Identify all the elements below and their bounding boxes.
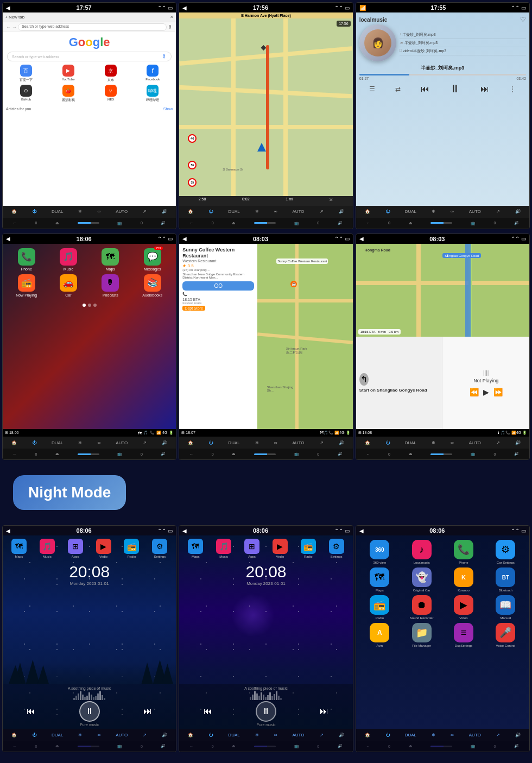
auto-btn-2[interactable]: AUTO: [292, 209, 304, 214]
eject-btn-3[interactable]: ⏏: [409, 221, 413, 225]
app-video-night2[interactable]: ▶ Vedio: [273, 539, 288, 558]
menu-icon[interactable]: ▭: [168, 5, 173, 11]
app-messages[interactable]: 💬 259 Messages: [133, 248, 172, 271]
nav-fwd[interactable]: →: [12, 24, 17, 30]
app-apps-night1[interactable]: ⊞ Apps: [68, 539, 83, 558]
app-avin[interactable]: A Avin: [360, 623, 399, 647]
eject-btn-9[interactable]: ⏏: [409, 744, 413, 748]
app-radio-night2[interactable]: 📻 Radio: [301, 539, 316, 558]
expand-icon3[interactable]: ⌃⌃: [511, 5, 520, 11]
app-music[interactable]: 🎵 Music: [49, 248, 87, 271]
url-input[interactable]: Search or type web address: [18, 23, 167, 31]
brightness-slider-8[interactable]: [254, 746, 276, 747]
back-btn2-5[interactable]: ←: [189, 452, 193, 456]
brightness-slider-3[interactable]: [430, 222, 452, 224]
auto-btn-7[interactable]: AUTO: [116, 733, 128, 737]
app-bluetooth[interactable]: BT Bluetooth: [486, 567, 525, 592]
screen-btn-7[interactable]: 📺: [117, 744, 122, 748]
dual-btn-5[interactable]: DUAL: [228, 440, 239, 445]
eject-btn-8[interactable]: ⏏: [232, 744, 236, 748]
home-btn-2[interactable]: 🏠: [188, 209, 193, 214]
app-carsettings[interactable]: ⚙ Car Settings: [486, 540, 525, 564]
shuffle-btn[interactable]: ⇄: [395, 85, 401, 93]
power-btn[interactable]: ⏻: [32, 209, 36, 214]
app-localmusic[interactable]: ♪ Localmusic: [402, 540, 441, 564]
vol-btn2[interactable]: 🔊: [161, 221, 166, 225]
brightness-slider[interactable]: [78, 222, 99, 224]
back-icon4[interactable]: ◀: [6, 236, 10, 242]
shortcut-bilibili[interactable]: 哔哩 哔哩哔哩: [132, 85, 173, 103]
app-maps-night[interactable]: 🗺 Maps: [360, 567, 399, 592]
app-car[interactable]: 🚗 Car: [49, 274, 87, 297]
ac-btn-3[interactable]: ❄: [432, 209, 435, 214]
pause-btn[interactable]: ⏸: [449, 83, 460, 95]
dual-btn-3[interactable]: DUAL: [405, 209, 416, 214]
app-phone-night[interactable]: 📞 Phone: [444, 540, 483, 564]
app-dspsettings[interactable]: ≡ DspSettings: [444, 623, 483, 647]
ac-btn-8[interactable]: ❄: [255, 733, 259, 737]
vol-btn-7[interactable]: 🔊: [162, 733, 167, 737]
ff-btn[interactable]: ⏩: [493, 388, 503, 396]
loop-btn-3[interactable]: ∞: [451, 209, 454, 214]
app-kuwooo[interactable]: K Kuwooo: [444, 567, 483, 592]
ac-btn[interactable]: ❄: [78, 209, 82, 214]
loop-btn[interactable]: ∞: [97, 209, 100, 214]
app-originalcar[interactable]: 👻 Original Car: [402, 567, 441, 592]
menu-icon4[interactable]: ▭: [168, 236, 173, 242]
nav-btn-9[interactable]: ↗: [496, 733, 500, 737]
dual-btn-2[interactable]: DUAL: [228, 209, 239, 214]
expand-icon6[interactable]: ⌃⌃: [511, 236, 520, 242]
pause-night2[interactable]: ⏸: [256, 701, 276, 722]
nav-map-area[interactable]: ☕ Sunny Coffee Western Restaurant Xin'er…: [257, 244, 353, 430]
app-video-night1[interactable]: ▶ Vedio: [96, 539, 111, 558]
home-btn-9[interactable]: 🏠: [365, 733, 370, 737]
app-360view[interactable]: 360 360 view: [360, 540, 399, 564]
back-btn2-4[interactable]: ←: [13, 452, 17, 456]
nav-btn-7[interactable]: ↗: [143, 733, 147, 737]
auto-btn-8[interactable]: AUTO: [292, 733, 304, 737]
app-video-night[interactable]: ▶ Video: [444, 595, 483, 620]
back-btn2[interactable]: ←: [13, 221, 17, 225]
eject-btn[interactable]: ⏏: [55, 221, 59, 225]
auto-btn[interactable]: AUTO: [116, 209, 128, 214]
power-btn-4[interactable]: ⏻: [32, 440, 36, 445]
auto-btn-9[interactable]: AUTO: [469, 733, 481, 737]
loop-btn-6[interactable]: ∞: [451, 440, 454, 445]
loop-btn-9[interactable]: ∞: [451, 733, 454, 737]
vol-btn-5[interactable]: 🔊: [339, 440, 344, 445]
mic-icon[interactable]: 🎙: [168, 24, 173, 30]
app-maps[interactable]: 🗺 Maps: [91, 248, 130, 271]
track-item-2[interactable]: ☁ 半壶纱_刘珂矣.mp3: [400, 39, 526, 47]
back-icon7[interactable]: ◀: [6, 528, 10, 534]
carplay-phone-icon[interactable]: 📞: [150, 431, 155, 435]
nav-btn-2[interactable]: ↗: [320, 209, 324, 214]
app-filemanager[interactable]: 📁 File Manager: [402, 623, 441, 647]
home-btn[interactable]: 🏠: [11, 209, 17, 214]
vol-btn2-3[interactable]: 🔊: [514, 221, 519, 225]
carplay-music-icon[interactable]: 🎵: [143, 431, 148, 435]
vol-btn[interactable]: 🔊: [162, 209, 167, 214]
menu-icon9[interactable]: ▭: [521, 528, 526, 534]
prev-night1[interactable]: ⏮: [27, 707, 35, 716]
carplay-grid-icon[interactable]: ⊞ 18:06: [5, 431, 18, 435]
vol-btn2-4[interactable]: 🔊: [161, 452, 166, 456]
back-btn2-2[interactable]: ←: [189, 221, 193, 225]
search-box[interactable]: Search or type web address 🎙: [7, 52, 172, 61]
menu-icon2[interactable]: ▭: [345, 5, 350, 11]
vol-btn-3[interactable]: 🔊: [515, 209, 521, 214]
back-btn2-6[interactable]: ←: [366, 452, 370, 456]
loop-btn-8[interactable]: ∞: [274, 733, 277, 737]
ac-btn-6[interactable]: ❄: [432, 440, 435, 445]
shortcut-youtube[interactable]: ▶ YouTube: [48, 65, 88, 83]
menu-icon3[interactable]: ▭: [521, 5, 526, 11]
app-voicecontrol[interactable]: 🎤 Voice Control: [486, 623, 525, 647]
back-btn-7[interactable]: ←: [13, 745, 17, 748]
next-night2[interactable]: ⏭: [320, 707, 328, 716]
nav-btn-5[interactable]: ↗: [320, 440, 324, 445]
expand-icon5[interactable]: ⌃⌃: [334, 236, 343, 242]
show-link[interactable]: Show: [163, 107, 173, 111]
app-podcasts[interactable]: 🎙 Podcasts: [91, 274, 130, 297]
nav-close[interactable]: ✕: [329, 197, 333, 205]
app-manual[interactable]: 📖 Manual: [486, 595, 525, 620]
screen-btn-9[interactable]: 📺: [471, 744, 476, 748]
